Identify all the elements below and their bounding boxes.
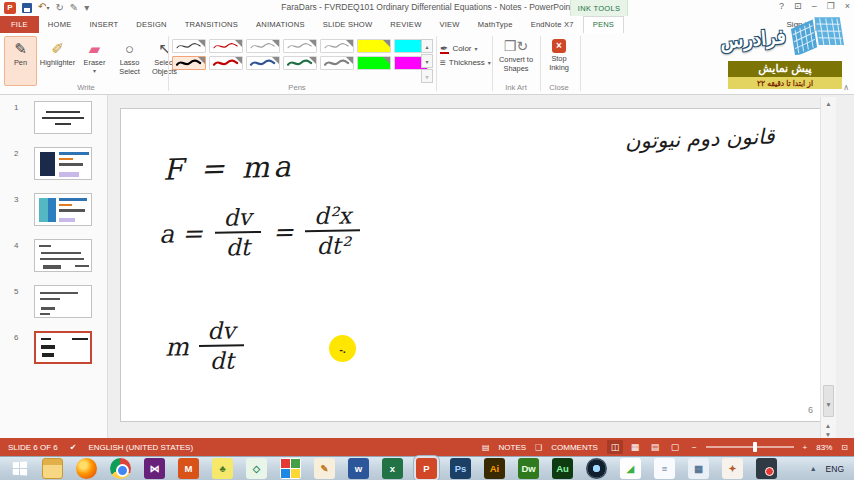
tab-view[interactable]: VIEW [431, 16, 469, 33]
previous-slide-button[interactable]: ▲ [825, 422, 831, 429]
tab-animations[interactable]: ANIMATIONS [247, 16, 314, 33]
tab-file[interactable]: FILE [0, 16, 39, 33]
calculator-icon[interactable]: ▦ [688, 458, 709, 479]
language-status[interactable]: ENGLISH (UNITED STATES) [89, 443, 194, 452]
maple-icon[interactable]: ♣ [212, 458, 233, 479]
office-suite-icon[interactable] [280, 458, 301, 479]
tab-slide-show[interactable]: SLIDE SHOW [314, 16, 382, 33]
minimize-button[interactable]: – [812, 1, 817, 11]
pen-swatch[interactable] [246, 56, 280, 70]
eraser-button[interactable]: ▰ Eraser ▾ [78, 36, 111, 86]
comments-button[interactable]: COMMENTS [551, 443, 598, 452]
firefox-icon[interactable] [76, 458, 97, 479]
vertical-scrollbar[interactable]: ▲ ▼ ▲ ▼ [820, 97, 836, 438]
pen-swatch[interactable] [357, 39, 391, 53]
highlighter-label: Highlighter [40, 59, 75, 68]
highlighter-button[interactable]: ✐ Highlighter [39, 36, 76, 86]
tab-transitions[interactable]: TRANSITIONS [176, 16, 247, 33]
audition-icon[interactable]: Au [552, 458, 573, 479]
notepad-icon[interactable]: ≡ [654, 458, 675, 479]
photoshop-icon[interactable]: Ps [450, 458, 471, 479]
save-icon[interactable] [22, 3, 32, 13]
fit-slide-button[interactable]: ⊡ [841, 443, 848, 452]
pen-swatch[interactable] [172, 39, 206, 53]
restore-button[interactable]: ❐ [827, 1, 835, 11]
pen-swatch[interactable] [246, 39, 280, 53]
tab-pens[interactable]: PENS [583, 16, 624, 33]
close-button[interactable]: × [845, 1, 850, 11]
pen-swatch[interactable] [209, 39, 243, 53]
zoom-in-button[interactable]: + [803, 443, 808, 452]
slideshow-view-button[interactable]: ▢ [667, 440, 683, 454]
zoom-slider[interactable] [706, 446, 794, 448]
help-button[interactable]: ? [779, 1, 784, 11]
matlab-icon[interactable]: M [178, 458, 199, 479]
screen-recorder-icon[interactable] [756, 458, 777, 479]
redo-icon[interactable]: ↻ [55, 2, 63, 14]
slide-sorter-view-button[interactable]: ▦ [627, 440, 643, 454]
thumbnail-image [34, 285, 92, 318]
pen-swatch[interactable] [209, 56, 243, 70]
spell-check-icon[interactable]: ✔ [70, 443, 77, 452]
undo-icon[interactable]: ↶▾ [38, 1, 49, 14]
gallery-down-button[interactable]: ▾ [421, 54, 433, 68]
tab-design[interactable]: DESIGN [127, 16, 175, 33]
status-left: SLIDE 6 OF 6 ✔ ENGLISH (UNITED STATES) [0, 443, 482, 452]
pen-swatch[interactable] [172, 56, 206, 70]
thickness-dropdown[interactable]: ≡ Thickness ▾ [440, 55, 491, 69]
snagit-icon[interactable]: ◢ [620, 458, 641, 479]
pen-swatch[interactable] [320, 39, 354, 53]
color-dropdown[interactable]: ✒ Color ▾ [440, 41, 491, 55]
word-icon[interactable]: w [348, 458, 369, 479]
stop-inking-button[interactable]: × Stop Inking [542, 37, 576, 89]
tab-home[interactable]: HOME [39, 16, 81, 33]
normal-view-button[interactable]: ◫ [607, 440, 623, 454]
pen-swatch[interactable] [357, 56, 391, 70]
slide-thumbnail-1[interactable]: 1 [0, 95, 107, 141]
zoom-out-button[interactable]: − [692, 443, 697, 452]
slide-thumbnail-4[interactable]: 4 [0, 233, 107, 279]
convert-to-shapes-button[interactable]: ❒↻ Convert to Shapes [496, 37, 536, 89]
ink-notes-icon[interactable]: ✎ [314, 458, 335, 479]
pen-button[interactable]: ✎ Pen [4, 36, 37, 86]
excel-icon[interactable]: x [382, 458, 403, 479]
slide-thumbnail-2[interactable]: 2 [0, 141, 107, 187]
customize-qat-icon[interactable]: ▾ [84, 2, 89, 14]
tab-review[interactable]: REVIEW [381, 16, 430, 33]
slide-canvas[interactable]: قانون دوم نیوتون F = ma a = dv dt = d²x … [120, 108, 832, 422]
packet-tracer-icon[interactable]: ◇ [246, 458, 267, 479]
visual-studio-icon[interactable]: ⋈ [144, 458, 165, 479]
file-explorer-icon[interactable] [42, 458, 63, 479]
ribbon-display-options-button[interactable]: ⊡ [794, 1, 802, 11]
illustrator-icon[interactable]: Ai [484, 458, 505, 479]
powerpoint-icon[interactable]: P [416, 458, 437, 479]
zoom-percent[interactable]: 83% [816, 443, 832, 452]
scroll-down-arrow[interactable]: ▼ [821, 398, 836, 410]
tab-endnote-x7[interactable]: EndNote X7 [522, 16, 583, 33]
slide-thumbnail-6[interactable]: 6 [0, 325, 107, 371]
zoom-slider-handle[interactable] [753, 442, 757, 452]
collapse-ribbon-icon[interactable]: ∧ [843, 83, 849, 92]
scroll-up-arrow[interactable]: ▲ [821, 97, 836, 109]
media-player-icon[interactable] [586, 458, 607, 479]
gallery-up-button[interactable]: ▴ [421, 39, 433, 53]
gallery-more-button[interactable]: ▿ [421, 69, 433, 83]
pen-swatch[interactable] [283, 56, 317, 70]
chrome-icon[interactable] [110, 458, 131, 479]
notes-button[interactable]: NOTES [499, 443, 527, 452]
lasso-select-button[interactable]: ○ Lasso Select [113, 36, 146, 86]
tab-mathtype[interactable]: MathType [469, 16, 522, 33]
next-slide-button[interactable]: ▼ [825, 431, 831, 438]
paint-icon[interactable]: ✦ [722, 458, 743, 479]
pen-swatch[interactable] [283, 39, 317, 53]
slide-thumbnail-3[interactable]: 3 [0, 187, 107, 233]
show-hidden-icons-button[interactable]: ▲ [810, 465, 817, 472]
tab-insert[interactable]: INSERT [80, 16, 127, 33]
pen-swatch[interactable] [320, 56, 354, 70]
reading-view-button[interactable]: ▤ [647, 440, 663, 454]
language-indicator[interactable]: ENG [826, 464, 844, 474]
start-button[interactable] [6, 457, 32, 480]
dreamweaver-icon[interactable]: Dw [518, 458, 539, 479]
slide-thumbnail-5[interactable]: 5 [0, 279, 107, 325]
start-inking-icon[interactable]: ✎ [70, 2, 78, 14]
